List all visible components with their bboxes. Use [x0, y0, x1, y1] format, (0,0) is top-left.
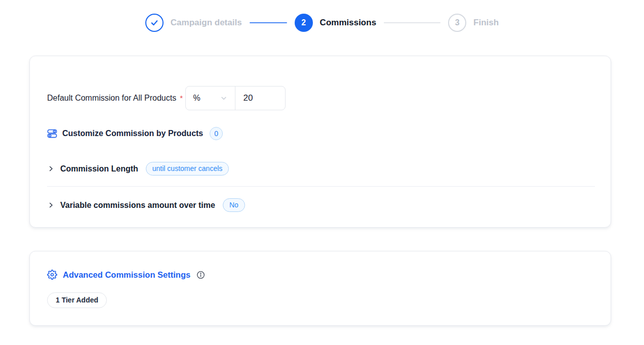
info-icon[interactable] [196, 271, 205, 279]
step-commissions-number: 2 [301, 18, 306, 27]
sliders-icon [47, 128, 57, 139]
chevron-right-icon [47, 201, 55, 209]
stepper-connector-2 [384, 22, 440, 23]
step-commissions-label: Commissions [320, 18, 376, 28]
card-divider [47, 186, 595, 187]
chevron-down-icon [220, 94, 228, 102]
step-campaign-details[interactable]: Campaign details [145, 14, 242, 32]
step-finish-circle: 3 [448, 14, 466, 32]
variable-commissions-row[interactable]: Variable commissions amount over time No [47, 198, 595, 212]
step-finish[interactable]: 3 Finish [448, 14, 499, 32]
commission-unit-value: % [193, 94, 200, 103]
commission-amount-input[interactable] [235, 87, 285, 110]
customize-commission-link[interactable]: Customize Commission by Products 0 [47, 127, 595, 140]
default-commission-field: Default Commission for All Products* % [47, 78, 595, 110]
customize-count-badge: 0 [210, 127, 223, 140]
step-campaign-details-circle [145, 14, 164, 32]
commission-length-badge: until customer cancels [146, 162, 229, 176]
check-icon [150, 18, 159, 27]
wizard-stepper: Campaign details 2 Commissions 3 Finish [0, 0, 644, 32]
commission-input-group: % [185, 86, 286, 110]
step-finish-label: Finish [473, 18, 499, 28]
advanced-settings-link[interactable]: Advanced Commission Settings [47, 270, 595, 280]
stepper-connector-1 [250, 22, 287, 23]
tier-added-chip[interactable]: 1 Tier Added [47, 292, 107, 308]
step-campaign-details-label: Campaign details [171, 18, 242, 28]
commission-unit-select[interactable]: % [186, 87, 235, 110]
step-commissions[interactable]: 2 Commissions [295, 14, 376, 32]
commission-length-row[interactable]: Commission Length until customer cancels [47, 162, 595, 176]
commission-length-label: Commission Length [60, 164, 138, 174]
gear-icon [47, 270, 57, 280]
step-finish-number: 3 [455, 18, 460, 27]
variable-commissions-label: Variable commissions amount over time [60, 201, 215, 210]
default-commission-label: Default Commission for All Products [47, 94, 176, 102]
step-commissions-circle: 2 [295, 14, 313, 32]
commissions-card: Default Commission for All Products* % C… [29, 56, 611, 228]
customize-commission-label: Customize Commission by Products [62, 129, 203, 138]
chevron-right-icon [47, 165, 55, 172]
required-marker: * [180, 94, 183, 102]
advanced-settings-card: Advanced Commission Settings 1 Tier Adde… [29, 251, 611, 326]
variable-commissions-badge: No [223, 198, 245, 212]
advanced-settings-title: Advanced Commission Settings [63, 270, 190, 280]
